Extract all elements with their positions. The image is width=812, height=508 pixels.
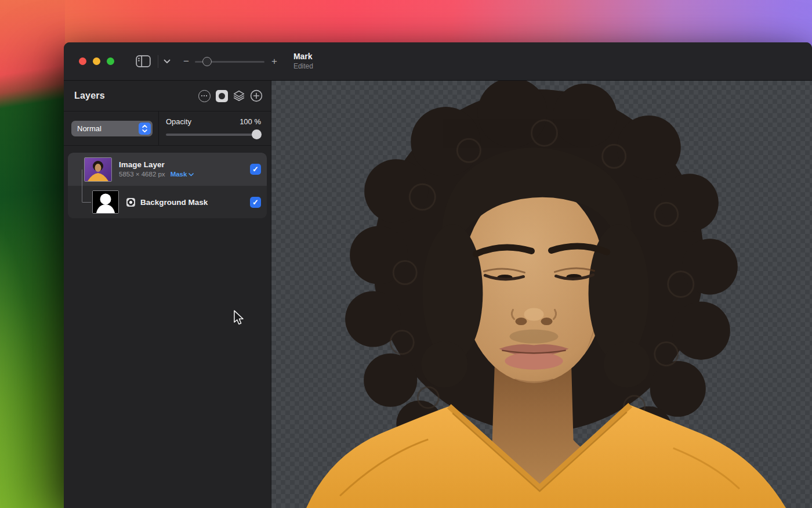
opacity-slider[interactable] xyxy=(166,129,261,139)
wallpaper-green-edge xyxy=(0,0,65,508)
opacity-slider-knob[interactable] xyxy=(252,129,262,139)
main-area: Layers xyxy=(64,81,812,508)
add-layer-icon[interactable] xyxy=(250,89,263,102)
dropdown-stepper-icon[interactable] xyxy=(139,123,151,135)
layers-header: Layers xyxy=(64,81,271,111)
layer-visibility-checkbox[interactable]: ✓ xyxy=(250,164,261,175)
opacity-column: Opacity 100 % xyxy=(159,111,271,145)
toolbar-divider xyxy=(158,55,158,68)
document-title-block: Mark Edited xyxy=(293,52,313,71)
layers-header-icons xyxy=(198,89,263,102)
blend-mode-value: Normal xyxy=(77,124,102,133)
desktop: − + Mark Edited Layers xyxy=(0,0,812,508)
blend-opacity-row: Normal Opacity xyxy=(64,111,271,146)
minimize-button[interactable] xyxy=(93,57,100,65)
mask-visibility-checkbox[interactable]: ✓ xyxy=(250,197,261,208)
app-window: − + Mark Edited Layers xyxy=(64,42,812,508)
mask-badge-icon xyxy=(126,198,135,207)
sidebar-toggle-icon[interactable] xyxy=(136,55,151,67)
mask-mode-icon[interactable] xyxy=(215,89,228,102)
layers-list: Image Layer 5853 × 4682 px Mask xyxy=(64,146,271,508)
portrait-image xyxy=(271,81,812,508)
opacity-label: Opacity xyxy=(166,117,191,126)
layer-dimensions: 5853 × 4682 px xyxy=(119,170,165,179)
zoom-slider[interactable] xyxy=(195,57,264,66)
canvas[interactable] xyxy=(271,81,812,508)
close-button[interactable] xyxy=(79,57,86,65)
layer-name: Image Layer xyxy=(119,160,194,170)
mouse-cursor xyxy=(233,310,244,326)
layer-row-background-mask[interactable]: Background Mask ✓ xyxy=(68,186,267,218)
layers-stack-icon[interactable] xyxy=(233,89,245,102)
mask-link[interactable]: Mask xyxy=(171,170,194,179)
opacity-value: 100 % xyxy=(240,117,261,126)
mask-thumbnail[interactable] xyxy=(92,190,119,214)
chevron-down-icon xyxy=(188,173,194,176)
zoom-slider-knob[interactable] xyxy=(202,57,212,66)
blend-mode-column: Normal xyxy=(64,111,158,145)
document-title: Mark xyxy=(293,52,313,62)
mask-link-label: Mask xyxy=(171,170,187,179)
layer-name: Background Mask xyxy=(140,198,208,207)
image-layer-thumbnail[interactable] xyxy=(84,157,112,182)
layer-row-image-layer[interactable]: Image Layer 5853 × 4682 px Mask xyxy=(68,153,267,186)
titlebar: − + Mark Edited xyxy=(64,42,812,81)
document-status: Edited xyxy=(293,62,313,71)
zoom-out-button[interactable]: − xyxy=(183,56,189,66)
layers-panel-title: Layers xyxy=(74,91,105,101)
traffic-lights xyxy=(64,57,114,65)
layer-group: Image Layer 5853 × 4682 px Mask xyxy=(68,153,267,218)
blend-mode-dropdown[interactable]: Normal xyxy=(71,121,153,136)
view-options-chevron-icon[interactable] xyxy=(164,59,171,64)
opacity-slider-track xyxy=(166,134,261,136)
layers-sidebar: Layers xyxy=(64,81,271,508)
fullscreen-button[interactable] xyxy=(107,57,114,65)
more-options-icon[interactable] xyxy=(198,89,211,102)
image-layer-text: Image Layer 5853 × 4682 px Mask xyxy=(119,160,194,179)
zoom-in-button[interactable]: + xyxy=(271,56,277,66)
